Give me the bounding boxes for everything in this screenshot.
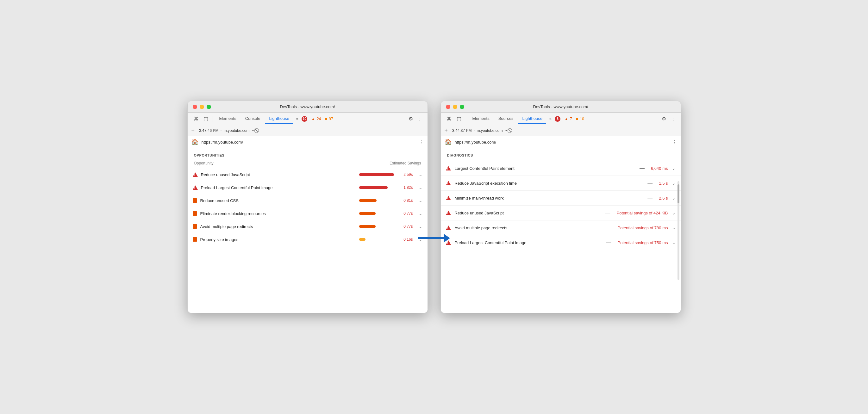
maximize-button[interactable] [207, 105, 211, 109]
left-url-bar: 🏠 https://m.youtube.com/ ⋮ [188, 136, 428, 148]
right-url-more-icon[interactable]: ⋮ [672, 139, 677, 145]
audit-bar-1 [359, 186, 388, 189]
chevron-down-icon-1[interactable]: ⌄ [418, 185, 423, 190]
chevron-down-icon-3[interactable]: ⌄ [418, 211, 423, 216]
right-tab-more-button[interactable]: » [548, 117, 554, 121]
tab-lighthouse[interactable]: Lighthouse [265, 114, 293, 124]
scrollbar-track[interactable] [678, 181, 679, 280]
diag-chevron-0[interactable]: ⌄ [672, 166, 676, 171]
left-window-controls [193, 105, 211, 109]
audit-bar-4 [359, 225, 376, 228]
settings-icon[interactable]: ⚙ [407, 116, 415, 122]
chevron-down-icon-2[interactable]: ⌄ [418, 198, 423, 203]
diag-red-triangle-1 [446, 181, 451, 185]
tab-elements[interactable]: Elements [216, 114, 240, 124]
right-timestamp: 3:44:37 PM [452, 128, 471, 133]
diag-item-page-redirects: Avoid multiple page redirects — Potentia… [441, 220, 681, 235]
audit-bar-container-2 [359, 199, 397, 202]
diag-chevron-2[interactable]: ⌄ [672, 195, 676, 200]
left-sub-bar: + 3:47:46 PM - m.youtube.com ▼ ⃠ [188, 125, 428, 136]
minimize-button[interactable] [200, 105, 204, 109]
audit-label-2: Reduce unused CSS [200, 198, 356, 203]
right-minimize-button[interactable] [453, 105, 457, 109]
audit-savings-5: 0.16s [400, 237, 413, 242]
opportunities-title: OPPORTUNITIES [188, 153, 428, 161]
audit-label-0: Reduce unused JavaScript [201, 172, 356, 177]
diag-separator-4: — [606, 225, 611, 230]
badge-orange: ▲ 24 [311, 117, 321, 121]
diag-separator-5: — [606, 240, 611, 246]
diag-chevron-5[interactable]: ⌄ [672, 240, 676, 245]
audit-item-css: Reduce unused CSS 0.81s ⌄ [188, 194, 428, 207]
audit-savings-3: 0.77s [400, 211, 413, 216]
cursor-icon[interactable]: ⌘ [191, 116, 200, 122]
right-more-vert-icon[interactable]: ⋮ [669, 116, 677, 122]
right-tab-sources[interactable]: Sources [495, 114, 517, 124]
right-url-dropdown-icon[interactable]: ▼ [504, 129, 507, 132]
audit-bar-2 [359, 199, 377, 202]
url-more-icon[interactable]: ⋮ [418, 139, 424, 145]
diag-value-5: Potential savings of 750 ms [618, 241, 668, 245]
diag-separator-3: — [606, 210, 611, 216]
arrow-body [418, 237, 444, 239]
diag-separator-2: — [647, 195, 652, 201]
right-lighthouse-logo-icon: 🏠 [444, 138, 452, 146]
audit-item-render-blocking: Eliminate render-blocking resources 0.77… [188, 207, 428, 220]
right-inspect-icon[interactable]: ▢ [455, 116, 463, 122]
diag-chevron-1[interactable]: ⌄ [672, 181, 676, 186]
windows-wrapper: DevTools - www.youtube.com/ ⌘ ▢ Elements… [187, 101, 681, 313]
audit-bar-container-3 [359, 212, 397, 215]
right-badge-yellow: ■ 10 [576, 117, 584, 121]
right-tab-lighthouse[interactable]: Lighthouse [518, 114, 546, 124]
audit-item-redirects: Avoid multiple page redirects 0.77s ⌄ [188, 220, 428, 233]
right-title-bar: DevTools - www.youtube.com/ [441, 101, 681, 113]
diag-chevron-3[interactable]: ⌄ [672, 210, 676, 215]
right-tab-elements[interactable]: Elements [469, 114, 493, 124]
right-window-controls [446, 105, 464, 109]
diag-value-1: 1.5 s [659, 181, 668, 186]
more-vert-icon[interactable]: ⋮ [416, 116, 424, 122]
right-content-area: DIAGNOSTICS Largest Contentful Paint ele… [441, 148, 681, 313]
right-badge-orange: ▲ 7 [564, 117, 572, 121]
blue-arrow-annotation [418, 234, 450, 243]
diag-label-4: Avoid multiple page redirects [455, 225, 601, 230]
audit-bar-5 [359, 238, 366, 241]
add-tab-button[interactable]: + [191, 127, 195, 134]
right-sub-bar: + 3:44:37 PM - m.youtube.com ▼ ⃠ [441, 125, 681, 136]
diag-item-lcp: Largest Contentful Paint element — 6,640… [441, 161, 681, 176]
diag-red-triangle-4 [446, 225, 451, 230]
timestamp: 3:47:46 PM [199, 128, 218, 133]
chevron-down-icon-4[interactable]: ⌄ [418, 224, 423, 229]
audit-item-images: Properly size images 0.16s ⌄ [188, 233, 428, 246]
close-button[interactable] [193, 105, 197, 109]
right-maximize-button[interactable] [460, 105, 464, 109]
right-settings-icon[interactable]: ⚙ [660, 116, 668, 122]
arrow-head [444, 234, 450, 243]
time-url-bar: 3:47:46 PM - m.youtube.com ▼ [199, 128, 254, 133]
tab-divider-1 [213, 116, 213, 122]
col-savings: Estimated Savings [390, 161, 421, 165]
diag-item-preload-lcp: Preload Largest Contentful Paint image —… [441, 235, 681, 250]
diag-label-1: Reduce JavaScript execution time [455, 181, 643, 186]
right-close-button[interactable] [446, 105, 450, 109]
badge-red: 10 [302, 116, 307, 122]
red-triangle-icon [193, 172, 198, 177]
lighthouse-logo-icon: 🏠 [191, 138, 198, 146]
tab-more-button[interactable]: » [294, 117, 300, 121]
scrollbar-thumb[interactable] [678, 184, 679, 203]
right-cursor-icon[interactable]: ⌘ [444, 116, 454, 122]
chevron-down-icon-0[interactable]: ⌄ [418, 172, 423, 177]
audit-label-5: Properly size images [200, 237, 356, 242]
diag-chevron-4[interactable]: ⌄ [672, 225, 676, 230]
diag-label-2: Minimize main-thread work [455, 196, 643, 200]
url-dropdown-icon[interactable]: ▼ [251, 129, 254, 132]
right-tab-bar: ⌘ ▢ Elements Sources Lighthouse » 8 ▲ 7 … [441, 113, 681, 125]
red-triangle-icon-1 [193, 185, 198, 190]
inspect-icon[interactable]: ▢ [202, 116, 210, 122]
tab-console[interactable]: Console [242, 114, 264, 124]
audit-bar-container-4 [359, 225, 397, 228]
audit-savings-0: 2.59s [400, 172, 413, 177]
diagnostics-title: DIAGNOSTICS [441, 153, 681, 161]
col-opportunity: Opportunity [194, 161, 214, 165]
right-add-tab-button[interactable]: + [444, 127, 448, 134]
